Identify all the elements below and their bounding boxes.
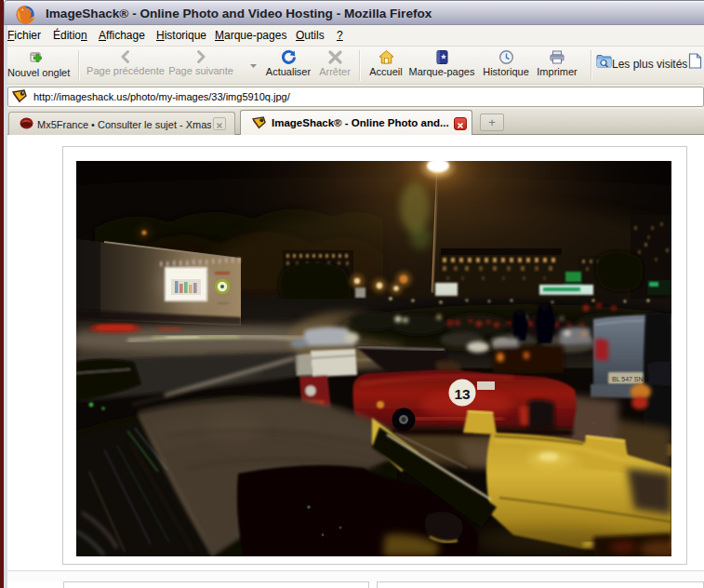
svg-text:BL 547 SN: BL 547 SN bbox=[612, 376, 644, 382]
svg-text:13: 13 bbox=[454, 386, 471, 402]
